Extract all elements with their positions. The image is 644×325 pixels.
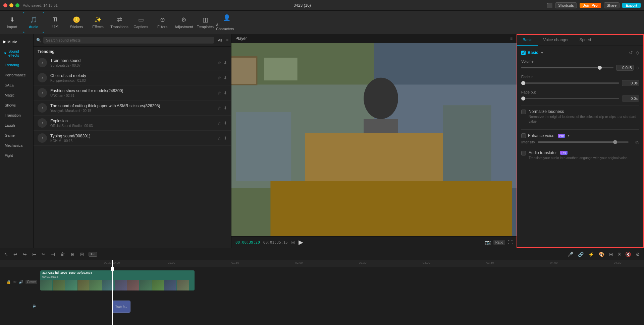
volume-track-icon[interactable]: 🔈	[33, 304, 37, 308]
settings-icon[interactable]: ⚙	[634, 251, 641, 258]
enhance-voice-checkbox[interactable]	[521, 133, 526, 138]
fade-in-value[interactable]	[622, 80, 639, 86]
reset-icon[interactable]: ↺	[629, 50, 633, 55]
sidebar-item-fight[interactable]: Fight	[1, 151, 32, 160]
download-button[interactable]: ⬇	[223, 75, 227, 80]
speed-icon[interactable]: ⚡	[587, 251, 595, 258]
all-filter-button[interactable]: All	[216, 38, 224, 43]
sound-effects-section[interactable]: ▼ Sound effects	[0, 47, 33, 60]
toolbar-ai-characters[interactable]: 👤 AI Characters	[216, 12, 237, 33]
tab-voice-changer[interactable]: Voice changer	[538, 35, 574, 46]
split-end-tool[interactable]: ⊣	[50, 251, 56, 258]
sound-item-fashion[interactable]: ♪ Fashion show sound for models(249300) …	[34, 85, 231, 101]
redo-button[interactable]: ↪	[21, 251, 28, 258]
sidebar-item-sale[interactable]: SALE	[1, 80, 32, 90]
favorite-button[interactable]: ☆	[217, 75, 221, 80]
basic-toggle-checkbox[interactable]	[521, 51, 526, 55]
stickers-icon: 😊	[73, 16, 80, 23]
ratio-button[interactable]: Ratio	[493, 240, 505, 245]
favorite-button[interactable]: ☆	[217, 106, 221, 111]
toolbar-audio[interactable]: 🎵 Audio	[23, 12, 44, 33]
split-start-tool[interactable]: ⊢	[31, 251, 38, 258]
shield-tool[interactable]: ⛨	[78, 251, 86, 258]
maximize-button[interactable]	[15, 3, 19, 7]
download-button[interactable]: ⬇	[223, 60, 227, 65]
favorite-button[interactable]: ☆	[217, 90, 221, 95]
share-button[interactable]: Share	[604, 2, 620, 8]
toolbar-adjustment[interactable]: ⚙ Adjustment	[173, 12, 195, 33]
download-button[interactable]: ⬇	[223, 136, 227, 141]
favorite-button[interactable]: ☆	[217, 60, 221, 65]
music-section[interactable]: ▶ Music	[0, 37, 33, 47]
fullscreen-button[interactable]: ⛶	[508, 240, 513, 245]
volume-diamond-icon[interactable]: ◇	[636, 65, 639, 70]
download-button[interactable]: ⬇	[223, 106, 227, 111]
crop-tool[interactable]: ⊕	[69, 251, 76, 258]
audio-track-icon[interactable]: 🔊	[19, 280, 23, 284]
undo-button[interactable]: ↩	[12, 251, 19, 258]
split-tool[interactable]: ✂	[40, 251, 47, 258]
music-arrow-icon: ▶	[3, 40, 6, 44]
sound-item-choir[interactable]: ♪ Choir of sad melody Kurippertronixxx ·…	[34, 70, 231, 85]
favorite-button[interactable]: ☆	[217, 136, 221, 141]
toolbar-captions[interactable]: ▭ Captions	[130, 12, 152, 33]
fade-out-value[interactable]	[622, 95, 639, 102]
diamond-icon[interactable]: ◇	[636, 50, 639, 55]
grid-view-icon[interactable]: ⊞	[291, 240, 295, 245]
download-button[interactable]: ⬇	[223, 90, 227, 95]
audio-clip[interactable]: Train h...	[112, 301, 130, 313]
mute-icon[interactable]: 🔇	[624, 251, 632, 258]
sound-meta: Yoshiyuki Murakami · 00:15	[50, 109, 214, 113]
sidebar-item-laugh[interactable]: Laugh	[1, 121, 32, 130]
eye-icon[interactable]: 👁	[13, 280, 17, 284]
sidebar-item-transition[interactable]: Transition	[1, 111, 32, 120]
filter-icon[interactable]: ≡	[226, 38, 228, 43]
close-button[interactable]	[3, 3, 7, 7]
toolbar-templates[interactable]: ◫ Templates	[195, 12, 216, 33]
tab-speed[interactable]: Speed	[574, 35, 596, 46]
audio-translator-checkbox[interactable]	[521, 151, 526, 155]
link-icon[interactable]: 🔗	[577, 251, 585, 258]
sidebar-item-performance[interactable]: Performance	[1, 70, 32, 80]
lock-icon[interactable]: 🔒	[6, 280, 11, 284]
sidebar-item-magic[interactable]: Magic	[1, 90, 32, 100]
mic-icon[interactable]: 🎤	[566, 251, 575, 258]
toolbar-text[interactable]: TI Text	[44, 12, 66, 33]
join-pro-button[interactable]: Join Pro	[580, 3, 601, 8]
sound-item-typing[interactable]: ♪ Typing sound(908391) KOH.M · 00:16 ☆ ⬇	[34, 131, 231, 146]
align-icon[interactable]: ⊞	[608, 251, 614, 258]
color-icon[interactable]: 🎨	[597, 251, 606, 258]
sidebar-item-mechanical[interactable]: Mechanical	[1, 141, 32, 150]
toolbar-transitions[interactable]: ⇄ Transitions	[109, 12, 130, 33]
sidebar-item-trending[interactable]: Trending	[1, 60, 32, 70]
select-tool[interactable]: ↖	[3, 251, 9, 258]
delete-tool[interactable]: 🗑	[59, 251, 66, 258]
player-menu-icon[interactable]: ≡	[510, 36, 513, 41]
normalize-checkbox[interactable]	[521, 110, 526, 114]
video-track[interactable]: 3147261-hd_1920_1080_30fps.mp4 00:01:35:…	[40, 270, 195, 290]
download-button[interactable]: ⬇	[223, 121, 227, 126]
favorite-button[interactable]: ☆	[217, 121, 221, 126]
minimize-button[interactable]	[9, 3, 13, 7]
tab-basic[interactable]: Basic	[517, 35, 538, 46]
sound-item-train-horn[interactable]: ♪ Train horn sound Sorabeats62 · 00:07 ☆…	[34, 55, 231, 70]
sound-item-explosion[interactable]: ♪ Explosion Official Sound Studio · 00:0…	[34, 116, 231, 131]
play-button[interactable]: ▶	[299, 239, 303, 246]
toolbar-effects[interactable]: ✨ Effects	[87, 12, 109, 33]
search-input[interactable]	[43, 37, 214, 44]
cover-label[interactable]: Cover	[25, 280, 37, 284]
sidebar-item-shows[interactable]: Shows	[1, 101, 32, 110]
shortcuts-button[interactable]: Shortcuts	[555, 2, 577, 8]
sound-item-scissors[interactable]: ♪ The sound of cutting thick paper with …	[34, 101, 231, 116]
toolbar-stickers[interactable]: 😊 Stickers	[66, 12, 87, 33]
volume-value[interactable]	[616, 65, 634, 71]
copy-icon[interactable]: ⎘	[616, 251, 622, 258]
screenshot-icon[interactable]: 📷	[485, 240, 491, 245]
fade-in-slider-row	[521, 80, 639, 86]
export-button[interactable]: Export	[622, 3, 641, 8]
sidebar-item-game[interactable]: Game	[1, 131, 32, 140]
fade-out-row: Fade out	[521, 90, 639, 102]
toolbar-import[interactable]: ⬇ Import	[1, 12, 23, 33]
sound-effects-panel: 🔍 All ≡ Trending ♪ Train horn sound Sora…	[34, 34, 231, 248]
toolbar-filters[interactable]: ⊙ Filters	[152, 12, 173, 33]
